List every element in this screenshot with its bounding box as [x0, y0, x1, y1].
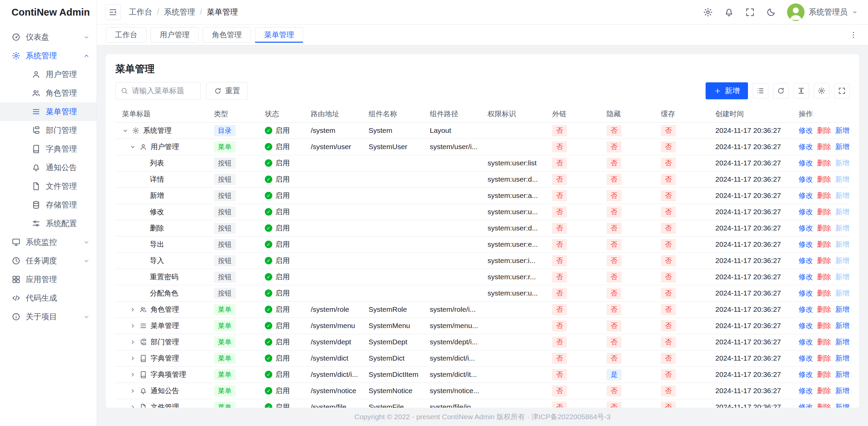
add-link[interactable]: 新增 [835, 273, 849, 281]
tab[interactable]: 菜单管理 [255, 27, 303, 43]
row-height-button[interactable] [793, 83, 809, 99]
add-link[interactable]: 新增 [835, 240, 849, 248]
expand-toggle[interactable] [130, 404, 136, 408]
delete-link[interactable]: 删除 [817, 191, 831, 199]
sidebar-item[interactable]: 代码生成 [0, 289, 97, 307]
add-link[interactable]: 新增 [835, 370, 849, 378]
edit-link[interactable]: 修改 [798, 403, 813, 408]
sidebar-subitem[interactable]: 菜单管理 [0, 102, 97, 121]
breadcrumb-item[interactable]: 系统管理 [164, 7, 195, 17]
add-link[interactable]: 新增 [835, 289, 849, 297]
sidebar-subitem[interactable]: 角色管理 [0, 84, 97, 102]
add-link[interactable]: 新增 [835, 354, 849, 362]
tab[interactable]: 角色管理 [203, 27, 251, 43]
reset-button[interactable]: 重置 [206, 82, 248, 100]
add-link[interactable]: 新增 [835, 224, 849, 232]
delete-link[interactable]: 删除 [817, 240, 831, 248]
expand-toggle[interactable] [122, 127, 129, 134]
add-link[interactable]: 新增 [835, 322, 849, 329]
list-view-button[interactable] [753, 83, 768, 99]
add-link[interactable]: 新增 [835, 305, 849, 313]
sidebar-item[interactable]: 系统管理 [0, 46, 97, 65]
sidebar-subitem[interactable]: 系统配置 [0, 214, 97, 233]
dark-mode-button[interactable] [766, 7, 776, 17]
refresh-button[interactable] [773, 83, 789, 99]
delete-link[interactable]: 删除 [817, 322, 831, 329]
delete-link[interactable]: 删除 [817, 338, 831, 346]
settings-button[interactable] [703, 7, 713, 17]
add-link[interactable]: 新增 [835, 338, 849, 346]
edit-link[interactable]: 修改 [798, 191, 813, 199]
delete-link[interactable]: 删除 [817, 370, 831, 378]
add-link[interactable]: 新增 [835, 208, 849, 216]
add-link[interactable]: 新增 [835, 387, 849, 394]
search-input[interactable] [132, 86, 196, 95]
expand-toggle[interactable] [130, 355, 136, 362]
column-settings-button[interactable] [814, 83, 829, 99]
sidebar-collapse-button[interactable] [105, 4, 121, 20]
edit-link[interactable]: 修改 [798, 273, 813, 281]
logo[interactable]: ContiNew Admin [0, 0, 97, 24]
edit-link[interactable]: 修改 [798, 257, 813, 264]
expand-toggle[interactable] [130, 388, 136, 394]
sidebar-item[interactable]: 关于项目 [0, 307, 97, 326]
edit-link[interactable]: 修改 [798, 305, 813, 313]
edit-link[interactable]: 修改 [798, 338, 813, 346]
add-link[interactable]: 新增 [835, 403, 849, 408]
add-link[interactable]: 新增 [835, 143, 849, 150]
edit-link[interactable]: 修改 [798, 240, 813, 248]
sidebar-subitem[interactable]: 部门管理 [0, 121, 97, 140]
delete-link[interactable]: 删除 [817, 305, 831, 313]
delete-link[interactable]: 删除 [817, 403, 831, 408]
add-link[interactable]: 新增 [835, 126, 849, 134]
edit-link[interactable]: 修改 [798, 175, 813, 183]
delete-link[interactable]: 删除 [817, 143, 831, 150]
edit-link[interactable]: 修改 [798, 370, 813, 378]
expand-toggle[interactable] [130, 144, 136, 150]
sidebar-subitem[interactable]: 文件管理 [0, 177, 97, 196]
sidebar-subitem[interactable]: 字典管理 [0, 140, 97, 158]
expand-toggle[interactable] [130, 339, 136, 345]
edit-link[interactable]: 修改 [798, 143, 813, 150]
edit-link[interactable]: 修改 [798, 224, 813, 232]
sidebar-item[interactable]: 仪表盘 [0, 28, 97, 46]
delete-link[interactable]: 删除 [817, 175, 831, 183]
add-button[interactable]: 新增 [706, 82, 748, 99]
delete-link[interactable]: 删除 [817, 159, 831, 167]
delete-link[interactable]: 删除 [817, 126, 831, 134]
delete-link[interactable]: 删除 [817, 354, 831, 362]
expand-toggle[interactable] [130, 371, 136, 378]
delete-link[interactable]: 删除 [817, 257, 831, 264]
delete-link[interactable]: 删除 [817, 273, 831, 281]
delete-link[interactable]: 删除 [817, 289, 831, 297]
expand-toggle[interactable] [130, 306, 136, 313]
tab[interactable]: 工作台 [106, 27, 146, 43]
sidebar-subitem[interactable]: 用户管理 [0, 65, 97, 84]
delete-link[interactable]: 删除 [817, 224, 831, 232]
sidebar-item[interactable]: 系统监控 [0, 233, 97, 251]
sidebar-subitem[interactable]: 存储管理 [0, 196, 97, 214]
fullscreen-table-button[interactable] [834, 83, 850, 99]
edit-link[interactable]: 修改 [798, 159, 813, 167]
delete-link[interactable]: 删除 [817, 208, 831, 216]
sidebar-item[interactable]: 任务调度 [0, 251, 97, 270]
tab[interactable]: 用户管理 [151, 27, 199, 43]
breadcrumb-item[interactable]: 菜单管理 [207, 7, 238, 17]
breadcrumb-item[interactable]: 工作台 [129, 7, 152, 17]
notifications-button[interactable] [724, 7, 734, 17]
sidebar-item[interactable]: 应用管理 [0, 270, 97, 289]
delete-link[interactable]: 删除 [817, 387, 831, 394]
add-link[interactable]: 新增 [835, 257, 849, 264]
edit-link[interactable]: 修改 [798, 126, 813, 134]
add-link[interactable]: 新增 [835, 159, 849, 167]
sidebar-subitem[interactable]: 通知公告 [0, 158, 97, 177]
edit-link[interactable]: 修改 [798, 387, 813, 394]
user-menu[interactable]: 系统管理员 [787, 3, 858, 21]
expand-toggle[interactable] [130, 323, 136, 329]
edit-link[interactable]: 修改 [798, 322, 813, 329]
edit-link[interactable]: 修改 [798, 354, 813, 362]
tab-more-button[interactable] [848, 29, 859, 41]
edit-link[interactable]: 修改 [798, 289, 813, 297]
edit-link[interactable]: 修改 [798, 208, 813, 216]
add-link[interactable]: 新增 [835, 191, 849, 199]
